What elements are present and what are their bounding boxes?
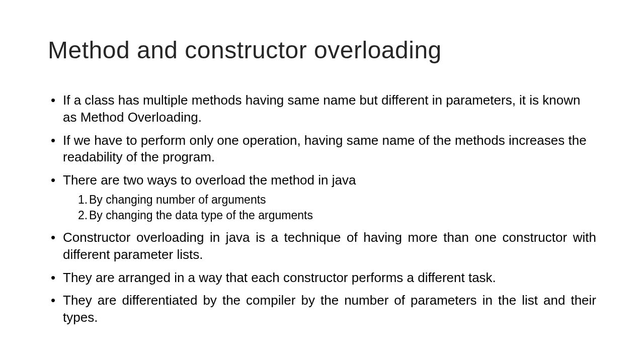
- bullet-text: There are two ways to overload the metho…: [63, 172, 356, 188]
- sub-item: 1. By changing number of arguments: [78, 192, 596, 208]
- bullet-item: If we have to perform only one operation…: [48, 132, 596, 166]
- sub-item-number: 2.: [78, 208, 88, 223]
- bullet-text: Constructor overloading in java is a tec…: [63, 230, 596, 262]
- bullet-text: They are arranged in a way that each con…: [63, 270, 496, 285]
- sub-item-text: By changing the data type of the argumen…: [89, 209, 313, 222]
- numbered-sublist: 1. By changing number of arguments 2. By…: [78, 192, 596, 223]
- bullet-text: If a class has multiple methods having s…: [63, 93, 580, 125]
- bullet-item: Constructor overloading in java is a tec…: [48, 229, 596, 263]
- bullet-item: There are two ways to overload the metho…: [48, 172, 596, 223]
- bullet-text: They are differentiated by the compiler …: [63, 293, 596, 325]
- bullet-list: If a class has multiple methods having s…: [48, 92, 596, 326]
- sub-item-number: 1.: [78, 192, 88, 208]
- bullet-item: If a class has multiple methods having s…: [48, 92, 596, 126]
- bullet-item: They are differentiated by the compiler …: [48, 292, 596, 326]
- sub-item: 2. By changing the data type of the argu…: [78, 208, 596, 223]
- bullet-item: They are arranged in a way that each con…: [48, 269, 596, 287]
- sub-item-text: By changing number of arguments: [89, 193, 266, 206]
- bullet-text: If we have to perform only one operation…: [63, 133, 587, 165]
- slide-title: Method and constructor overloading: [48, 36, 596, 64]
